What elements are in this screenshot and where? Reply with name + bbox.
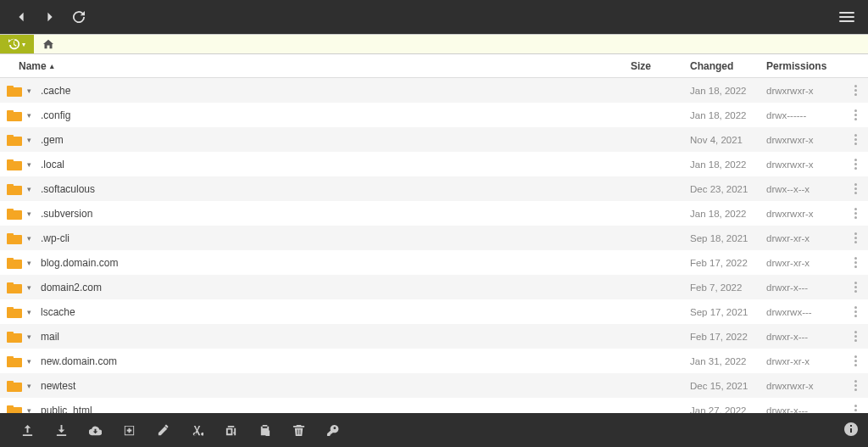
row-menu-button[interactable] [843, 380, 868, 391]
more-vertical-icon [854, 134, 857, 145]
refresh-button[interactable] [64, 0, 93, 34]
row-menu-button[interactable] [843, 208, 868, 219]
folder-icon [7, 134, 22, 146]
permissions-cell: drwxr-xr-x [766, 356, 843, 366]
column-header-name-label: Name [19, 60, 47, 72]
expand-caret-icon[interactable]: ▾ [27, 357, 36, 366]
column-header-changed[interactable]: Changed [690, 60, 766, 72]
cloud-download-button[interactable] [78, 413, 112, 447]
download-icon [55, 424, 68, 437]
permissions-cell: drwxr-xr-x [766, 258, 843, 268]
hamburger-menu-button[interactable] [832, 5, 861, 29]
row-menu-button[interactable] [843, 257, 868, 268]
file-name: mail [41, 331, 59, 343]
table-row[interactable]: ▾lscacheSep 17, 2021drwxrwx--- [0, 299, 868, 324]
expand-caret-icon[interactable]: ▾ [27, 234, 36, 243]
history-button[interactable]: ▾ [0, 35, 34, 53]
row-menu-button[interactable] [843, 183, 868, 194]
table-row[interactable]: ▾newtestDec 15, 2021drwxrwxr-x [0, 373, 868, 398]
table-row[interactable]: ▾.cacheJan 18, 2022drwxrwxr-x [0, 78, 868, 103]
column-header-size[interactable]: Size [631, 60, 690, 72]
permissions-button[interactable] [315, 413, 349, 447]
table-row[interactable]: ▾public_htmlJan 27, 2022drwxr-x--- [0, 398, 868, 413]
permissions-cell: drwxrwx--- [766, 307, 843, 317]
row-menu-button[interactable] [843, 159, 868, 170]
folder-icon [7, 355, 22, 367]
home-breadcrumb[interactable] [34, 35, 63, 53]
row-menu-button[interactable] [843, 331, 868, 342]
expand-caret-icon[interactable]: ▾ [27, 332, 36, 341]
expand-caret-icon[interactable]: ▾ [27, 382, 36, 390]
column-header-permissions[interactable]: Permissions [766, 60, 843, 72]
copy-button[interactable] [214, 413, 248, 447]
changed-cell: Jan 18, 2022 [690, 110, 766, 120]
changed-cell: Dec 23, 2021 [690, 184, 766, 194]
name-cell: ▾.local [0, 159, 631, 170]
more-vertical-icon [854, 183, 857, 194]
changed-cell: Sep 17, 2021 [690, 307, 766, 317]
bottom-toolbar-actions [10, 413, 349, 447]
row-menu-button[interactable] [843, 232, 868, 243]
table-row[interactable]: ▾domain2.comFeb 7, 2022drwxr-x--- [0, 275, 868, 299]
table-row[interactable]: ▾new.domain.comJan 31, 2022drwxr-xr-x [0, 349, 868, 373]
more-vertical-icon [854, 208, 857, 219]
expand-caret-icon[interactable]: ▾ [27, 111, 36, 120]
more-vertical-icon [854, 159, 857, 170]
row-menu-button[interactable] [843, 306, 868, 317]
file-name: .subversion [41, 208, 92, 220]
row-menu-button[interactable] [843, 282, 868, 293]
home-icon [43, 39, 53, 49]
table-row[interactable]: ▾mailFeb 17, 2022drwxr-x--- [0, 324, 868, 349]
permissions-cell: drwx------ [766, 110, 843, 120]
folder-icon [7, 405, 22, 414]
expand-caret-icon[interactable]: ▾ [27, 87, 36, 95]
file-name: newtest [41, 380, 75, 392]
permissions-cell: drwxr-x--- [766, 282, 843, 293]
expand-caret-icon[interactable]: ▾ [27, 406, 36, 414]
download-button[interactable] [44, 413, 78, 447]
cut-button[interactable] [180, 413, 214, 447]
table-row[interactable]: ▾.wp-cliSep 18, 2021drwxr-xr-x [0, 226, 868, 250]
file-name: lscache [41, 306, 75, 318]
row-menu-button[interactable] [843, 85, 868, 96]
column-header-name[interactable]: Name ▴ [0, 60, 631, 72]
table-row[interactable]: ▾.configJan 18, 2022drwx------ [0, 103, 868, 127]
table-row[interactable]: ▾.subversionJan 18, 2022drwxrwxr-x [0, 201, 868, 226]
edit-icon [157, 424, 170, 437]
back-button[interactable] [7, 0, 36, 34]
folder-icon [7, 208, 22, 220]
file-list[interactable]: ▾.cacheJan 18, 2022drwxrwxr-x▾.configJan… [0, 78, 868, 413]
delete-button[interactable] [281, 413, 315, 447]
expand-caret-icon[interactable]: ▾ [27, 185, 36, 193]
more-vertical-icon [854, 109, 857, 120]
forward-button[interactable] [36, 0, 64, 34]
new-button[interactable] [112, 413, 146, 447]
name-cell: ▾public_html [0, 405, 631, 414]
folder-icon [7, 109, 22, 121]
table-row[interactable]: ▾.gemNov 4, 2021drwxrwxr-x [0, 127, 868, 152]
table-row[interactable]: ▾.localJan 18, 2022drwxrwxr-x [0, 152, 868, 176]
expand-caret-icon[interactable]: ▾ [27, 308, 36, 316]
name-cell: ▾.softaculous [0, 183, 631, 195]
edit-button[interactable] [146, 413, 180, 447]
info-button[interactable] [844, 422, 858, 439]
expand-caret-icon[interactable]: ▾ [27, 160, 36, 169]
more-vertical-icon [854, 405, 857, 413]
more-vertical-icon [854, 380, 857, 391]
table-row[interactable]: ▾blog.domain.comFeb 17, 2022drwxr-xr-x [0, 250, 868, 275]
table-row[interactable]: ▾.softaculousDec 23, 2021drwx--x--x [0, 176, 868, 201]
expand-caret-icon[interactable]: ▾ [27, 259, 36, 267]
name-cell: ▾.subversion [0, 208, 631, 220]
row-menu-button[interactable] [843, 109, 868, 120]
folder-icon [7, 257, 22, 269]
row-menu-button[interactable] [843, 355, 868, 366]
paste-button[interactable] [248, 413, 281, 447]
topbar-right [832, 5, 861, 29]
expand-caret-icon[interactable]: ▾ [27, 210, 36, 218]
row-menu-button[interactable] [843, 405, 868, 413]
expand-caret-icon[interactable]: ▾ [27, 136, 36, 144]
upload-button[interactable] [10, 413, 44, 447]
expand-caret-icon[interactable]: ▾ [27, 283, 36, 292]
row-menu-button[interactable] [843, 134, 868, 145]
chevron-right-icon [44, 11, 56, 23]
